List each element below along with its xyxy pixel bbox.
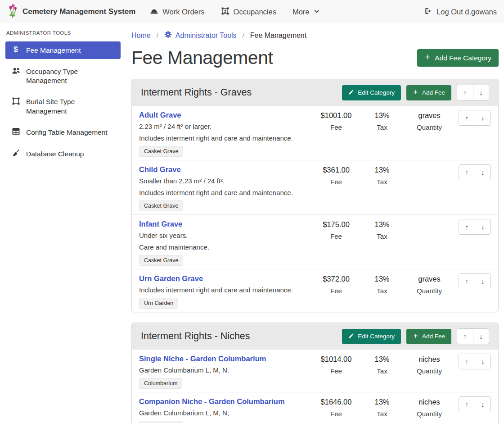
- fee-tax-label: Tax: [361, 123, 403, 131]
- fee-tax-column: 13% Tax: [361, 110, 403, 131]
- plus-icon: [413, 89, 418, 96]
- fee-description: 2.23 m² / 24 ft² or larger.: [139, 122, 311, 131]
- down-arrow-icon: ↓: [481, 223, 485, 231]
- category-title: Interment Rights - Niches: [141, 331, 250, 342]
- move-fee-down-button[interactable]: ↓: [475, 397, 490, 412]
- move-fee-up-button[interactable]: ↑: [459, 274, 475, 289]
- fee-tax-value: 13%: [361, 166, 403, 174]
- fee-name-link[interactable]: Companion Niche - Garden Columbarium: [139, 397, 285, 406]
- sidebar-heading: ADMINISTRATOR TOOLS: [0, 30, 126, 36]
- edit-category-button[interactable]: Edit Category: [342, 329, 401, 344]
- breadcrumb: Home / Administrator To: [131, 31, 499, 40]
- fee-amount-value: $372.00: [311, 275, 361, 283]
- fee-tax-column: 13% Tax: [361, 219, 403, 240]
- breadcrumb-separator: /: [243, 32, 244, 39]
- fee-quantity-label: Quantity: [403, 123, 456, 131]
- nav-work-orders[interactable]: Work Orders: [150, 7, 204, 17]
- fee-tax-label: Tax: [361, 410, 403, 418]
- sidebar-item-fee-management[interactable]: $ Fee Management: [5, 41, 121, 59]
- nav-more[interactable]: More: [292, 8, 320, 16]
- fee-amount-value: $175.00: [311, 220, 361, 229]
- broom-icon: [11, 149, 21, 159]
- fee-tax-column: 13% Tax: [361, 273, 403, 295]
- fee-amount-label: Fee: [311, 410, 361, 418]
- move-fee-up-button[interactable]: ↑: [459, 397, 475, 412]
- fee-name-link[interactable]: Single Niche - Garden Columbarium: [139, 355, 266, 363]
- move-fee-up-button[interactable]: ↑: [459, 165, 475, 180]
- app-title: Cemetery Management System: [22, 7, 135, 16]
- fee-tax-value: 13%: [361, 355, 403, 364]
- fee-name-link[interactable]: Adult Grave: [139, 111, 181, 119]
- down-arrow-icon: ↓: [479, 89, 483, 96]
- move-category-up-button[interactable]: ↑: [457, 329, 473, 344]
- add-fee-button[interactable]: Add Fee: [406, 85, 451, 100]
- move-fee-down-button[interactable]: ↓: [475, 219, 490, 234]
- breadcrumb-home-link[interactable]: Home: [131, 32, 151, 40]
- fee-quantity-value: niches: [403, 355, 456, 364]
- tulip-logo-icon: [7, 4, 18, 20]
- sidebar-item-database-cleanup[interactable]: Database Cleanup: [5, 145, 121, 164]
- fee-quantity-column: niches Quantity: [403, 354, 456, 375]
- fee-row: Companion Niche - Garden Columbarium Gar…: [132, 392, 498, 423]
- move-fee-up-button[interactable]: ↑: [459, 354, 475, 369]
- move-fee-up-button[interactable]: ↑: [459, 219, 475, 234]
- sidebar-item-burial-site-type-management[interactable]: Burial Site Type Management: [5, 93, 121, 119]
- add-fee-button[interactable]: Add Fee: [406, 329, 451, 344]
- move-fee-up-button[interactable]: ↑: [459, 110, 475, 125]
- up-arrow-icon: ↑: [465, 277, 469, 285]
- fee-quantity-value: graves: [403, 275, 456, 283]
- move-fee-down-button[interactable]: ↓: [475, 354, 490, 369]
- fee-tax-label: Tax: [361, 232, 403, 240]
- fee-amount-column: $1001.00 Fee: [311, 110, 361, 131]
- fee-tax-column: 13% Tax: [361, 164, 403, 186]
- category-title: Interment Rights - Graves: [141, 87, 252, 98]
- logout-button[interactable]: Log Out d.gowans: [424, 7, 497, 17]
- gear-icon: [164, 31, 172, 40]
- hard-hat-icon: [150, 7, 158, 17]
- vector-square-icon: [11, 97, 21, 107]
- fee-name-link[interactable]: Child Grave: [139, 165, 181, 174]
- fee-amount-label: Fee: [311, 123, 361, 131]
- move-fee-down-button[interactable]: ↓: [475, 165, 490, 180]
- fee-badge: Urn Garden: [139, 298, 178, 309]
- sidebar: ADMINISTRATOR TOOLS $ Fee Management Occ…: [0, 23, 126, 423]
- up-arrow-icon: ↑: [465, 168, 469, 176]
- fee-quantity-column: niches Quantity: [403, 396, 456, 418]
- sign-out-icon: [424, 7, 432, 17]
- pencil-icon: [348, 89, 354, 96]
- down-arrow-icon: ↓: [481, 400, 485, 408]
- fee-quantity-column: [403, 219, 456, 224]
- fee-description: Includes interment right and care and ma…: [139, 285, 311, 295]
- move-fee-down-button[interactable]: ↓: [475, 110, 490, 125]
- fee-row: Child Grave Smaller than 2.23 m² / 24 ft…: [132, 160, 498, 214]
- breadcrumb-admin-tools-link[interactable]: Administrator Tools: [164, 31, 237, 40]
- fee-tax-label: Tax: [361, 287, 403, 295]
- fee-amount-label: Fee: [311, 178, 361, 186]
- fee-amount-value: $1014.00: [311, 355, 361, 364]
- move-category-up-button[interactable]: ↑: [457, 85, 473, 100]
- nav-occupancies[interactable]: Occupancies: [221, 7, 276, 17]
- up-arrow-icon: ↑: [464, 332, 467, 340]
- brand[interactable]: Cemetery Management System: [7, 4, 135, 20]
- main-nav: Work Orders Occupancies More: [150, 7, 320, 17]
- fee-name-link[interactable]: Infant Grave: [139, 220, 182, 228]
- edit-category-button[interactable]: Edit Category: [342, 85, 401, 100]
- sidebar-item-occupancy-type-management[interactable]: Occupancy Type Management: [5, 63, 121, 89]
- move-category-down-button[interactable]: ↓: [473, 85, 489, 100]
- move-fee-down-button[interactable]: ↓: [475, 274, 490, 289]
- move-category-down-button[interactable]: ↓: [473, 329, 489, 344]
- fee-badge: Casket Grave: [139, 146, 183, 157]
- sidebar-item-config-table-management[interactable]: Config Table Management: [5, 123, 121, 141]
- category-header: Interment Rights - Graves Edit Category …: [132, 79, 498, 106]
- fee-name-link[interactable]: Urn Garden Grave: [139, 274, 203, 283]
- category-header: Interment Rights - Niches Edit Category …: [132, 323, 498, 350]
- fee-tax-label: Tax: [361, 178, 403, 186]
- add-fee-category-button[interactable]: Add Fee Category: [417, 49, 499, 67]
- up-arrow-icon: ↑: [464, 89, 467, 96]
- fee-badge: Columbarium: [139, 421, 182, 423]
- fee-reorder-group: ↑ ↓: [459, 164, 491, 180]
- fee-tax-value: 13%: [361, 111, 403, 120]
- dollar-icon: $: [11, 45, 21, 53]
- breadcrumb-current: Fee Management: [250, 32, 306, 40]
- down-arrow-icon: ↓: [481, 358, 485, 365]
